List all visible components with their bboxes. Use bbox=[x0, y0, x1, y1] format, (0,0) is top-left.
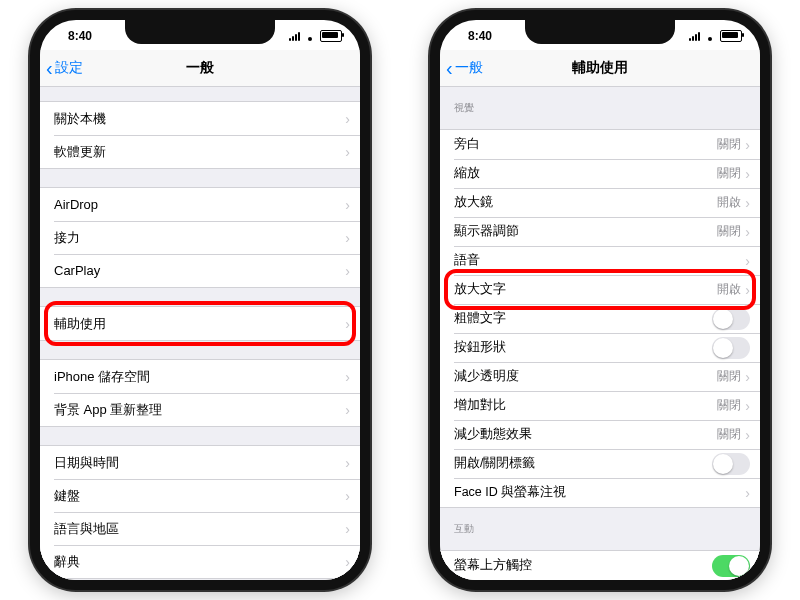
row-label: 語言與地區 bbox=[54, 520, 345, 538]
chevron-left-icon: ‹ bbox=[46, 58, 53, 78]
settings-row[interactable]: 語音› bbox=[440, 246, 760, 275]
row-value: 開啟 bbox=[717, 281, 741, 298]
settings-row[interactable]: 辭典› bbox=[40, 545, 360, 578]
row-value: 關閉 bbox=[717, 397, 741, 414]
settings-row[interactable]: 增加對比關閉› bbox=[440, 391, 760, 420]
row-label: 接力 bbox=[54, 229, 345, 247]
settings-row[interactable]: 關於本機› bbox=[40, 102, 360, 135]
section-header: 視覺 bbox=[440, 87, 760, 119]
settings-row[interactable]: 軟體更新› bbox=[40, 135, 360, 168]
row-value: 關閉 bbox=[717, 426, 741, 443]
chevron-right-icon: › bbox=[745, 369, 750, 385]
settings-row[interactable]: 接力› bbox=[40, 221, 360, 254]
settings-row[interactable]: 旁白關閉› bbox=[440, 130, 760, 159]
settings-group: AirDrop›接力›CarPlay› bbox=[40, 187, 360, 288]
back-label: 一般 bbox=[455, 59, 483, 77]
chevron-right-icon: › bbox=[345, 369, 350, 385]
row-label: 旁白 bbox=[454, 136, 717, 153]
phone-general: 8:40 ‹ 設定 一般 關於本機›軟體更新›AirDrop›接力›CarPla… bbox=[30, 10, 370, 590]
chevron-right-icon: › bbox=[345, 316, 350, 332]
row-label: 輔助使用 bbox=[54, 315, 345, 333]
settings-row[interactable]: 開啟/關閉標籤 bbox=[440, 449, 760, 478]
row-label: 日期與時間 bbox=[54, 454, 345, 472]
row-label: 螢幕上方觸控 bbox=[454, 557, 712, 574]
settings-group: 螢幕上方觸控 bbox=[440, 550, 760, 581]
settings-row[interactable]: 輔助使用› bbox=[40, 307, 360, 340]
wifi-icon bbox=[704, 31, 716, 41]
row-label: 縮放 bbox=[454, 165, 717, 182]
toggle-switch[interactable] bbox=[712, 453, 750, 475]
row-label: 顯示器調節 bbox=[454, 223, 717, 240]
battery-icon bbox=[320, 30, 342, 42]
settings-row[interactable]: 按鈕形狀 bbox=[440, 333, 760, 362]
chevron-right-icon: › bbox=[745, 195, 750, 211]
row-value: 關閉 bbox=[717, 136, 741, 153]
toggle-switch[interactable] bbox=[712, 555, 750, 577]
back-label: 設定 bbox=[55, 59, 83, 77]
back-button[interactable]: ‹ 一般 bbox=[440, 58, 483, 78]
status-time: 8:40 bbox=[68, 29, 92, 43]
chevron-right-icon: › bbox=[345, 402, 350, 418]
chevron-left-icon: ‹ bbox=[446, 58, 453, 78]
row-value: 關閉 bbox=[717, 223, 741, 240]
chevron-right-icon: › bbox=[345, 521, 350, 537]
settings-group: 日期與時間›鍵盤›語言與地區›辭典› bbox=[40, 445, 360, 579]
settings-row[interactable]: Face ID 與螢幕注視› bbox=[440, 478, 760, 507]
signal-icon bbox=[289, 31, 300, 41]
content-scroll[interactable]: 視覺旁白關閉›縮放關閉›放大鏡開啟›顯示器調節關閉›語音›放大文字開啟›粗體文字… bbox=[440, 87, 760, 583]
settings-row[interactable]: 語言與地區› bbox=[40, 512, 360, 545]
chevron-right-icon: › bbox=[345, 263, 350, 279]
signal-icon bbox=[689, 31, 700, 41]
row-label: 鍵盤 bbox=[54, 487, 345, 505]
settings-row[interactable]: 粗體文字 bbox=[440, 304, 760, 333]
notch bbox=[525, 20, 675, 44]
status-time: 8:40 bbox=[468, 29, 492, 43]
nav-bar: ‹ 一般 輔助使用 bbox=[440, 50, 760, 87]
settings-row[interactable]: 螢幕上方觸控 bbox=[440, 551, 760, 580]
settings-row[interactable]: 放大文字開啟› bbox=[440, 275, 760, 304]
battery-icon bbox=[720, 30, 742, 42]
content-scroll[interactable]: 關於本機›軟體更新›AirDrop›接力›CarPlay›輔助使用›iPhone… bbox=[40, 87, 360, 583]
page-title: 一般 bbox=[40, 59, 360, 77]
row-value: 關閉 bbox=[717, 368, 741, 385]
back-button[interactable]: ‹ 設定 bbox=[40, 58, 83, 78]
row-label: iPhone 儲存空間 bbox=[54, 368, 345, 386]
toggle-switch[interactable] bbox=[712, 337, 750, 359]
chevron-right-icon: › bbox=[345, 488, 350, 504]
chevron-right-icon: › bbox=[345, 144, 350, 160]
section-footer: 從螢幕底部邊緣向下拉來觸控螢幕上方的項目。 bbox=[440, 581, 760, 583]
chevron-right-icon: › bbox=[745, 485, 750, 501]
row-label: 放大文字 bbox=[454, 281, 717, 298]
row-label: 減少動態效果 bbox=[454, 426, 717, 443]
settings-group: 輔助使用› bbox=[40, 306, 360, 341]
toggle-switch[interactable] bbox=[712, 308, 750, 330]
row-label: AirDrop bbox=[54, 197, 345, 212]
settings-row[interactable]: 背景 App 重新整理› bbox=[40, 393, 360, 426]
wifi-icon bbox=[304, 31, 316, 41]
chevron-right-icon: › bbox=[745, 166, 750, 182]
chevron-right-icon: › bbox=[745, 398, 750, 414]
row-label: 減少透明度 bbox=[454, 368, 717, 385]
row-label: 按鈕形狀 bbox=[454, 339, 712, 356]
settings-row[interactable]: CarPlay› bbox=[40, 254, 360, 287]
row-label: 粗體文字 bbox=[454, 310, 712, 327]
settings-row[interactable]: 放大鏡開啟› bbox=[440, 188, 760, 217]
settings-row[interactable]: iPhone 儲存空間› bbox=[40, 360, 360, 393]
settings-row[interactable]: 顯示器調節關閉› bbox=[440, 217, 760, 246]
settings-group: 關於本機›軟體更新› bbox=[40, 101, 360, 169]
row-label: 放大鏡 bbox=[454, 194, 717, 211]
settings-row[interactable]: 鍵盤› bbox=[40, 479, 360, 512]
chevron-right-icon: › bbox=[345, 111, 350, 127]
settings-row[interactable]: 減少透明度關閉› bbox=[440, 362, 760, 391]
settings-row[interactable]: 縮放關閉› bbox=[440, 159, 760, 188]
chevron-right-icon: › bbox=[345, 197, 350, 213]
settings-row[interactable]: AirDrop› bbox=[40, 188, 360, 221]
settings-row[interactable]: 減少動態效果關閉› bbox=[440, 420, 760, 449]
section-header: 互動 bbox=[440, 508, 760, 540]
settings-row[interactable]: 日期與時間› bbox=[40, 446, 360, 479]
row-label: 開啟/關閉標籤 bbox=[454, 455, 712, 472]
chevron-right-icon: › bbox=[345, 230, 350, 246]
notch bbox=[125, 20, 275, 44]
row-label: 關於本機 bbox=[54, 110, 345, 128]
row-label: 語音 bbox=[454, 252, 745, 269]
